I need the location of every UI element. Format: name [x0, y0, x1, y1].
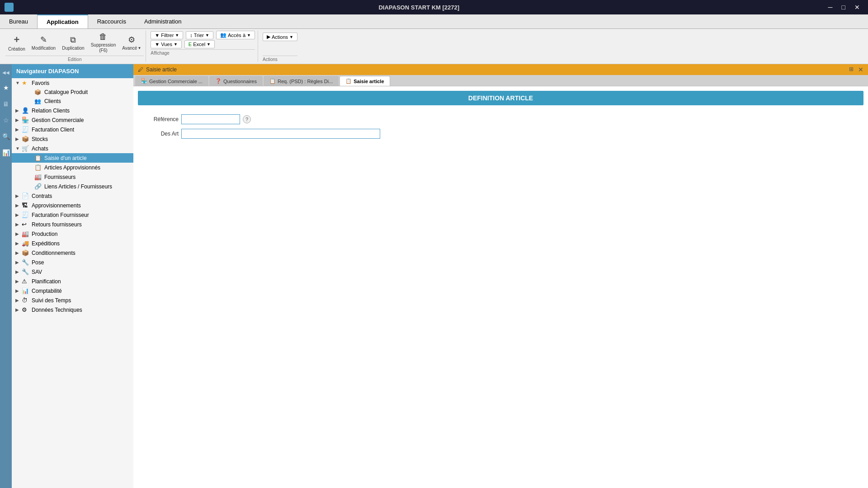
- pose-icon: 🔧: [22, 259, 30, 266]
- excel-button[interactable]: E Excel ▼: [184, 40, 215, 48]
- sidebar-item-relation-clients[interactable]: ▶ 👤 Relation Clients: [12, 106, 133, 115]
- achats-icon: 🛒: [22, 145, 30, 152]
- sidebar-item-planification[interactable]: ▶ ⚠ Planification: [12, 277, 133, 286]
- suivi-icon: ⏱: [22, 297, 30, 304]
- expand-retours-icon: ▶: [15, 222, 22, 227]
- cond-label: Conditionnements: [32, 250, 75, 256]
- desart-input[interactable]: [181, 129, 380, 139]
- approv-icon: 🏗: [22, 202, 30, 209]
- exp-label: Expéditions: [32, 240, 60, 247]
- sidebar-tree: Navigateur DIAPASON ▼ ★ Favoris 📦 Catalo…: [12, 64, 133, 488]
- menu-item-application[interactable]: Application: [37, 14, 88, 28]
- clients-icon: 👥: [34, 98, 42, 104]
- expand-relation-icon: ▶: [15, 108, 22, 113]
- minimize-button[interactable]: ─: [825, 3, 836, 12]
- maximize-button[interactable]: □: [838, 3, 849, 12]
- desart-row: Des Art: [142, 129, 859, 139]
- actions-button[interactable]: ▶ Actions ▼: [263, 33, 297, 41]
- exp-icon: 🚚: [22, 240, 30, 247]
- sidebar-item-pose[interactable]: ▶ 🔧 Pose: [12, 258, 133, 267]
- gestion-label: Gestion Commerciale: [32, 117, 84, 123]
- filtrer-button[interactable]: ▼ Filtrer ▼: [151, 31, 183, 39]
- form-area: DEFINITION ARTICLE Référence ? Des Art: [133, 86, 868, 488]
- tab-questionnaires[interactable]: ❓ Questionnaires: [209, 76, 263, 86]
- expand-favoris-icon: ▼: [15, 80, 22, 85]
- edition-label: Edition: [5, 56, 144, 62]
- sidebar-item-liens-articles[interactable]: 🔗 Liens Articles / Fournisseurs: [12, 182, 133, 191]
- tab-gestion-comm[interactable]: 🏪 Gestion Commerciale ...: [135, 76, 208, 86]
- menu-item-raccourcis[interactable]: Raccourcis: [88, 14, 135, 28]
- panel-expand-icon[interactable]: ⊞: [849, 66, 854, 73]
- duplication-button[interactable]: ⧉ Duplication: [59, 31, 87, 55]
- sidebar-item-comptabilite[interactable]: ▶ 📊 Comptabilité: [12, 286, 133, 296]
- tab-req-psd[interactable]: 📋 Req. (PSD) : Règles Di...: [264, 76, 339, 86]
- filter-icon: ▼: [155, 33, 160, 38]
- desart-label: Des Art: [142, 131, 179, 137]
- sidebar-item-donnees-tech[interactable]: ▶ ⚙ Données Techniques: [12, 305, 133, 314]
- sidebar-item-retours[interactable]: ▶ ↩ Retours fournisseurs: [12, 220, 133, 229]
- sidebar-item-fournisseurs[interactable]: 🏭 Fournisseurs: [12, 172, 133, 182]
- access-icon: 👥: [220, 32, 226, 38]
- bookmark-icon[interactable]: ☆: [2, 115, 10, 125]
- sidebar-item-catalogue[interactable]: 📦 Catalogue Produit: [12, 88, 133, 97]
- sidebar-item-approv[interactable]: ▶ 🏗 Approvisionnements: [12, 201, 133, 210]
- creation-button[interactable]: + Création: [5, 31, 28, 55]
- sidebar-title: Navigateur DIAPASON: [16, 68, 79, 75]
- sidebar-item-articles-appro[interactable]: 📋 Articles Approvisionnés: [12, 163, 133, 172]
- back-icon[interactable]: ◀◀: [1, 69, 11, 76]
- prod-label: Production: [32, 231, 57, 237]
- panel-close-icon[interactable]: ✕: [858, 66, 863, 73]
- trier-button[interactable]: ↕ Trier ▼: [186, 31, 213, 39]
- sidebar-item-suivi-temps[interactable]: ▶ ⏱ Suivi des Temps: [12, 296, 133, 305]
- sidebar-item-facturation-fourn[interactable]: ▶ 🧾 Facturation Fournisseur: [12, 210, 133, 220]
- plan-icon: ⚠: [22, 278, 30, 285]
- sidebar-item-stocks[interactable]: ▶ 📦 Stocks: [12, 134, 133, 144]
- reference-help-icon[interactable]: ?: [243, 115, 251, 123]
- tabs-bar: 🏪 Gestion Commerciale ... ❓ Questionnair…: [133, 75, 868, 86]
- pose-label: Pose: [32, 259, 44, 266]
- clients-label: Clients: [44, 98, 61, 104]
- close-button[interactable]: ✕: [851, 3, 863, 12]
- stocks-icon: 📦: [22, 136, 30, 142]
- expand-suivi-icon: ▶: [15, 298, 22, 303]
- acces-a-button[interactable]: 👥 Accès à ▼: [216, 31, 255, 39]
- sidebar-item-production[interactable]: ▶ 🏭 Production: [12, 229, 133, 239]
- menu-item-bureau[interactable]: Bureau: [0, 14, 37, 28]
- retours-icon: ↩: [22, 221, 30, 228]
- contrats-icon: 📄: [22, 192, 30, 199]
- stats-icon[interactable]: 📊: [1, 148, 11, 158]
- avance-button[interactable]: ⚙ Avancé ▼: [119, 31, 144, 55]
- sidebar-item-gestion-comm[interactable]: ▶ 🏪 Gestion Commerciale: [12, 115, 133, 125]
- monitor-icon[interactable]: 🖥: [1, 99, 10, 109]
- chevron-trier-icon: ▼: [205, 33, 209, 38]
- search-sidebar-icon[interactable]: 🔍: [1, 131, 11, 141]
- star-tree-icon: ★: [22, 80, 30, 86]
- right-panel: 🖊 Saisie article ⊞ ✕ 🏪 Gestion Commercia…: [133, 64, 868, 488]
- suppression-button[interactable]: 🗑 Suppression(F6): [88, 31, 119, 55]
- expand-factfourn-icon: ▶: [15, 212, 22, 217]
- sidebar-item-achats[interactable]: ▼ 🛒 Achats: [12, 144, 133, 153]
- plus-icon: +: [14, 34, 19, 46]
- contrats-label: Contrats: [32, 193, 52, 199]
- tab-saisie-article[interactable]: 📋 Saisie article: [340, 76, 390, 86]
- vues-button[interactable]: ▼ Vues ▼: [151, 40, 181, 48]
- sidebar-item-facturation-client[interactable]: ▶ 🧾 Facturation Client: [12, 125, 133, 134]
- favorites-icon[interactable]: ★: [2, 83, 10, 93]
- app-title: DIAPASON START KM [2272]: [378, 4, 459, 11]
- liens-icon: 🔗: [34, 183, 42, 190]
- sidebar-item-saisie-article[interactable]: 📋 Saisie d'un article: [12, 153, 133, 163]
- fourn-icon: 🏭: [34, 174, 42, 180]
- sidebar: ◀◀ ★ 🖥 ☆ 🔍 📊 Navigateur DIAPASON ▼ ★ Fav…: [0, 64, 133, 488]
- factfourn-icon: 🧾: [22, 211, 30, 218]
- sidebar-item-contrats[interactable]: ▶ 📄 Contrats: [12, 191, 133, 201]
- tab-quest-icon: ❓: [215, 78, 222, 84]
- sidebar-item-expeditions[interactable]: ▶ 🚚 Expéditions: [12, 239, 133, 248]
- modification-button[interactable]: ✎ Modification: [29, 31, 58, 55]
- sidebar-item-sav[interactable]: ▶ 🔧 SAV: [12, 267, 133, 277]
- menu-item-administration[interactable]: Administration: [135, 14, 190, 28]
- sidebar-item-favoris[interactable]: ▼ ★ Favoris: [12, 78, 133, 88]
- reference-input[interactable]: [181, 114, 240, 124]
- sidebar-item-conditionnements[interactable]: ▶ 📦 Conditionnements: [12, 248, 133, 258]
- form-fields: Référence ? Des Art: [133, 110, 868, 148]
- sidebar-item-clients[interactable]: 👥 Clients: [12, 97, 133, 106]
